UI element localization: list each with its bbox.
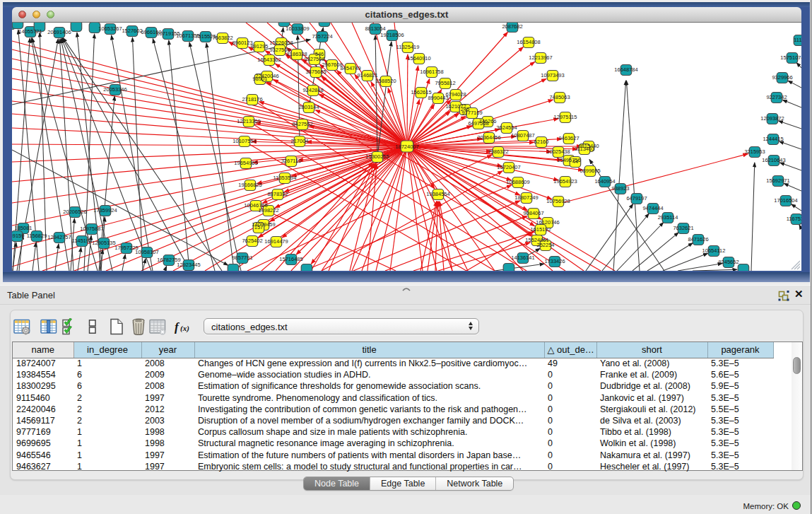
svg-text:8813054: 8813054: [365, 25, 385, 32]
svg-text:7663822: 7663822: [212, 35, 233, 41]
svg-text:1244415: 1244415: [763, 136, 783, 142]
svg-text:8471626: 8471626: [688, 236, 708, 243]
svg-text:20053346: 20053346: [103, 86, 126, 93]
svg-text:3375685: 3375685: [305, 69, 326, 75]
svg-text:9146821: 9146821: [357, 72, 377, 78]
svg-text:938923: 938923: [611, 185, 629, 192]
svg-text:1498222: 1498222: [258, 207, 278, 214]
svg-text:16033809: 16033809: [286, 25, 309, 32]
svg-text:10958107: 10958107: [135, 249, 158, 255]
svg-text:0899695: 0899695: [579, 168, 600, 174]
svg-text:3113403: 3113403: [575, 146, 595, 152]
svg-text:14136141: 14136141: [511, 255, 534, 261]
svg-text:2803144: 2803144: [298, 104, 319, 110]
svg-text:1156829: 1156829: [27, 233, 47, 239]
svg-text:2718176: 2718176: [242, 96, 262, 103]
svg-text:1112: 1112: [794, 37, 801, 43]
svg-text:9857791: 9857791: [232, 255, 252, 261]
svg-text:15640910: 15640910: [407, 55, 430, 62]
svg-text:6794028: 6794028: [445, 91, 466, 98]
svg-text:12213369: 12213369: [237, 118, 260, 124]
svg-text:3215953: 3215953: [744, 148, 765, 155]
svg-text:15716485: 15716485: [279, 256, 302, 262]
svg-text:2935114: 2935114: [658, 214, 678, 221]
svg-text:14055721: 14055721: [18, 28, 42, 35]
svg-text:12975115: 12975115: [554, 114, 577, 120]
svg-text:252254: 252254: [536, 242, 554, 248]
svg-text:15300255: 15300255: [365, 153, 389, 160]
svg-text:16543362: 16543362: [257, 57, 281, 63]
svg-text:9084067: 9084067: [523, 210, 543, 216]
svg-text:(x): (x): [180, 324, 189, 333]
svg-text:15692971: 15692971: [766, 177, 789, 184]
svg-text:19654923: 19654923: [553, 178, 577, 185]
svg-text:19384554: 19384554: [426, 191, 449, 197]
svg-text:7632621: 7632621: [673, 225, 693, 231]
svg-text:7986322: 7986322: [488, 148, 508, 155]
svg-text:10025438: 10025438: [546, 148, 570, 155]
svg-text:19218506: 19218506: [380, 32, 404, 38]
svg-text:10107554: 10107554: [233, 138, 256, 144]
svg-text:1733426: 1733426: [544, 258, 565, 264]
svg-text:10975887: 10975887: [80, 226, 103, 232]
svg-text:8960123: 8960123: [232, 40, 252, 46]
svg-text:7955812: 7955812: [435, 80, 455, 86]
svg-text:1145194: 1145194: [72, 238, 93, 244]
svg-text:7485063: 7485063: [549, 94, 570, 100]
svg-text:891295: 891295: [250, 43, 268, 49]
svg-text:18724007: 18724007: [395, 144, 418, 150]
svg-text:9474444: 9474444: [642, 205, 663, 211]
svg-text:18807249: 18807249: [514, 194, 538, 201]
svg-text:19166825: 19166825: [238, 182, 261, 188]
svg-text:8454749: 8454749: [340, 65, 360, 71]
svg-text:17016504: 17016504: [774, 197, 797, 204]
svg-text:9242848: 9242848: [302, 87, 323, 93]
svg-text:3624554: 3624554: [496, 124, 517, 131]
svg-text:1640954: 1640954: [594, 178, 615, 185]
svg-text:16120746: 16120746: [536, 219, 559, 226]
svg-text:62160: 62160: [534, 139, 549, 145]
svg-text:1527602: 1527602: [122, 28, 142, 34]
svg-text:8427552: 8427552: [292, 121, 312, 127]
svg-text:9777169: 9777169: [461, 110, 482, 116]
svg-text:2087682: 2087682: [502, 23, 522, 30]
svg-text:1615192: 1615192: [530, 226, 551, 233]
svg-text:12905135: 12905135: [92, 240, 115, 246]
svg-text:f: f: [175, 320, 180, 334]
svg-text:15720407: 15720407: [497, 164, 520, 170]
svg-text:12923445: 12923445: [177, 262, 200, 268]
svg-text:217004: 217004: [290, 138, 308, 144]
svg-text:10807487: 10807487: [511, 132, 534, 139]
svg-text:17359924: 17359924: [93, 207, 117, 214]
svg-text:9329966: 9329966: [772, 74, 792, 81]
svg-text:8878332: 8878332: [267, 191, 288, 197]
svg-text:12093872: 12093872: [760, 115, 784, 122]
svg-text:9245652: 9245652: [718, 259, 739, 265]
svg-text:3267110: 3267110: [281, 158, 302, 164]
svg-text:2967608: 2967608: [322, 62, 342, 68]
svg-text:22420046: 22420046: [255, 73, 278, 79]
svg-text:10653267: 10653267: [98, 25, 122, 32]
svg-text:15226058: 15226058: [269, 40, 293, 46]
svg-text:44: 44: [572, 158, 578, 165]
svg-text:12942757: 12942757: [47, 234, 71, 240]
svg-text:9463627: 9463627: [558, 135, 579, 141]
svg-text:10654112: 10654112: [702, 247, 726, 254]
svg-text:6479197: 6479197: [626, 195, 647, 201]
svg-text:185081: 185081: [14, 225, 32, 231]
svg-text:10973493: 10973493: [541, 72, 564, 78]
svg-text:1588520: 1588520: [375, 78, 396, 84]
svg-text:10688609: 10688609: [506, 179, 529, 185]
svg-text:16210643: 16210643: [762, 157, 785, 163]
svg-text:10756928: 10756928: [546, 198, 570, 204]
svg-text:16154808: 16154808: [517, 39, 540, 45]
svg-text:20364456: 20364456: [477, 134, 500, 141]
svg-text:157: 157: [254, 224, 264, 230]
svg-text:6497568: 6497568: [468, 120, 488, 127]
svg-text:11353594: 11353594: [273, 175, 297, 181]
svg-text:7357224: 7357224: [312, 33, 332, 40]
svg-text:7625402: 7625402: [242, 238, 262, 244]
svg-text:20206526: 20206526: [63, 209, 86, 215]
svg-text:15751074: 15751074: [780, 54, 801, 61]
svg-text:9227342: 9227342: [766, 94, 787, 100]
